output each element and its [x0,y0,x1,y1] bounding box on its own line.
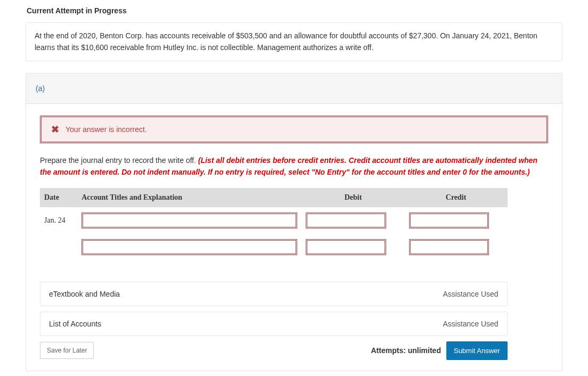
credit-input[interactable] [409,212,489,228]
attempt-heading: Current Attempt in Progress [26,0,562,22]
instructions: Prepare the journal entry to record the … [40,155,548,178]
account-title-input[interactable] [81,239,297,255]
col-header-account: Account Titles and Explanation [77,188,301,207]
part-label[interactable]: (a) [26,73,562,104]
journal-entry-table: Date Account Titles and Explanation Debi… [40,188,508,260]
save-for-later-button[interactable]: Save for Later [40,342,94,359]
attempts-label: Attempts: unlimited [371,346,441,355]
incorrect-alert: ✖ Your answer is incorrect. [40,116,548,143]
assistance-used-label: Assistance Used [443,320,498,328]
table-row: Jan. 24 [40,207,508,234]
row-date: Jan. 24 [40,207,77,234]
list-of-accounts-link[interactable]: List of Accounts Assistance Used [40,312,508,336]
part-panel: (a) ✖ Your answer is incorrect. Prepare … [26,73,562,371]
question-text: At the end of 2020, Benton Corp. has acc… [26,22,562,61]
etextbook-label: eTextbook and Media [49,290,120,298]
debit-input[interactable] [306,212,386,228]
account-title-input[interactable] [81,212,297,228]
credit-input[interactable] [409,239,489,255]
list-of-accounts-label: List of Accounts [49,320,101,328]
close-icon: ✖ [51,125,59,134]
row-date [40,234,77,260]
assistance-used-label: Assistance Used [443,290,498,298]
table-row [40,234,508,260]
alert-text: Your answer is incorrect. [66,125,147,134]
col-header-credit: Credit [405,188,508,207]
etextbook-link[interactable]: eTextbook and Media Assistance Used [40,282,508,306]
col-header-date: Date [40,188,77,207]
submit-answer-button[interactable]: Submit Answer [446,341,508,360]
action-row: Save for Later Attempts: unlimited Submi… [40,341,508,360]
instruction-plain: Prepare the journal entry to record the … [40,156,198,165]
col-header-debit: Debit [301,188,404,207]
debit-input[interactable] [306,239,386,255]
